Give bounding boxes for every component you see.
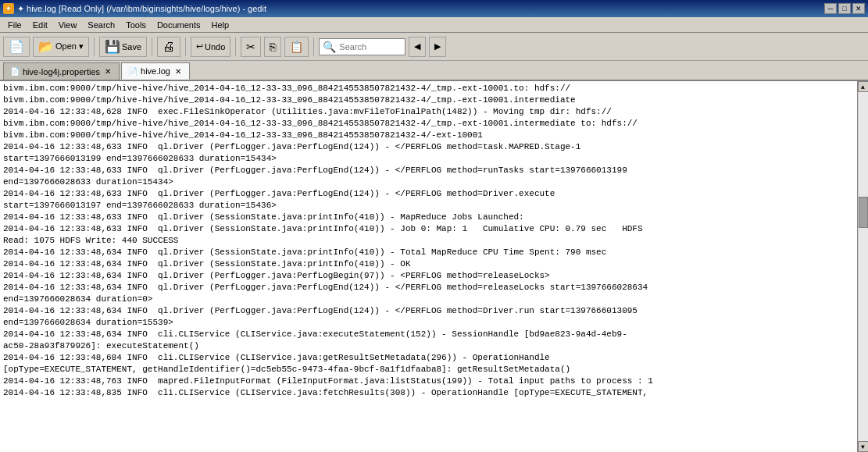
tab-hive-log4j-close[interactable]: ✕ (103, 67, 113, 76)
menu-search[interactable]: Search (83, 19, 120, 31)
tab-bar: 📄 hive-log4j.properties ✕ 📄 hive.log ✕ (0, 61, 868, 81)
main-content: bivm.ibm.com:9000/tmp/hive-hive/hive_201… (0, 81, 868, 452)
separator-3 (185, 37, 186, 56)
tab-hive-log4j-icon: 📄 (10, 67, 20, 76)
save-icon: 💾 (105, 39, 120, 54)
search-input[interactable] (339, 42, 402, 52)
tab-hive-log-label: hive.log (141, 66, 170, 76)
tab-hive-log-close[interactable]: ✕ (173, 67, 183, 76)
tab-hive-log4j-label: hive-log4j.properties (23, 67, 100, 77)
minimize-button[interactable]: ─ (824, 3, 837, 14)
print-button[interactable]: 🖨 (157, 37, 180, 57)
app-icon: ✦ (3, 3, 14, 14)
maximize-button[interactable]: □ (838, 3, 851, 14)
save-button[interactable]: 💾 Save (99, 37, 147, 57)
undo-button[interactable]: ↩ Undo (191, 37, 230, 57)
paste-button[interactable]: 📋 (284, 37, 309, 57)
find-prev-icon: ◀ (414, 41, 420, 52)
menu-documents[interactable]: Documents (152, 19, 205, 31)
menu-help[interactable]: Help (207, 19, 234, 31)
menu-file[interactable]: File (3, 19, 27, 31)
save-label: Save (122, 42, 141, 52)
window-title: ✦ hive.log [Read Only] (/var/ibm/biginsi… (17, 4, 266, 14)
log-text-area[interactable]: bivm.ibm.com:9000/tmp/hive-hive/hive_201… (0, 81, 857, 452)
new-icon: 📄 (9, 39, 24, 54)
cut-button[interactable]: ✂ (241, 37, 261, 57)
title-bar-left: ✦ ✦ hive.log [Read Only] (/var/ibm/bigin… (3, 3, 266, 14)
toolbar: 📄 📂 Open ▾ 💾 Save 🖨 ↩ Undo ✂ ⎘ 📋 🔍 ◀ ▶ (0, 33, 868, 61)
scroll-track[interactable] (859, 92, 868, 441)
title-bar-buttons: ─ □ ✕ (824, 3, 865, 14)
new-button[interactable]: 📄 (3, 37, 30, 57)
separator-2 (152, 37, 152, 56)
undo-label: Undo (205, 42, 225, 52)
copy-button[interactable]: ⎘ (264, 37, 281, 57)
undo-icon: ↩ (196, 41, 203, 52)
menu-tools[interactable]: Tools (121, 19, 151, 31)
find-next-button[interactable]: ▶ (429, 37, 446, 57)
scrollbar-vertical[interactable]: ▲ ▼ (857, 81, 868, 452)
separator-4 (235, 37, 236, 56)
menu-view[interactable]: View (54, 19, 82, 31)
close-button[interactable]: ✕ (852, 3, 865, 14)
scroll-thumb[interactable] (859, 197, 868, 228)
tab-hive-log-icon: 📄 (128, 67, 138, 76)
search-icon: 🔍 (323, 41, 336, 53)
paste-icon: 📋 (290, 41, 303, 53)
scroll-down-button[interactable]: ▼ (858, 441, 869, 452)
cut-icon: ✂ (246, 41, 255, 53)
open-icon: 📂 (38, 39, 54, 54)
separator-1 (94, 37, 95, 56)
separator-5 (313, 37, 314, 56)
find-next-icon: ▶ (434, 41, 441, 52)
menu-bar: File Edit View Search Tools Documents He… (0, 17, 868, 33)
tab-hive-log4j[interactable]: 📄 hive-log4j.properties ✕ (3, 62, 120, 80)
tab-hive-log[interactable]: 📄 hive.log ✕ (121, 62, 190, 80)
open-button[interactable]: 📂 Open ▾ (33, 37, 89, 57)
find-prev-button[interactable]: ◀ (409, 37, 426, 57)
print-icon: 🖨 (163, 40, 175, 54)
copy-icon: ⎘ (270, 41, 276, 53)
open-label: Open ▾ (55, 41, 84, 52)
title-bar: ✦ ✦ hive.log [Read Only] (/var/ibm/bigin… (0, 0, 868, 17)
scroll-up-button[interactable]: ▲ (858, 81, 869, 92)
menu-edit[interactable]: Edit (28, 19, 52, 31)
search-area: 🔍 (319, 38, 405, 55)
